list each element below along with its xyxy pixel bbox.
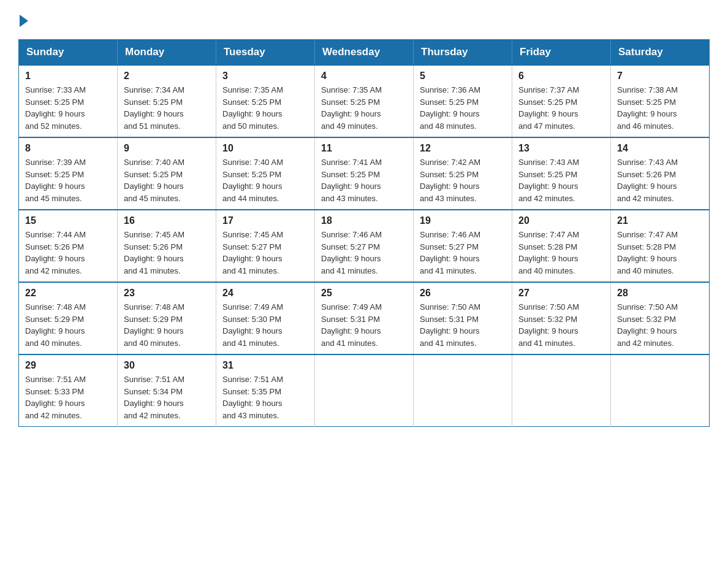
logo (18, 12, 28, 27)
day-number: 7 (617, 71, 703, 82)
logo-triangle-icon (20, 15, 28, 27)
calendar-week-row: 15 Sunrise: 7:44 AMSunset: 5:26 PMDaylig… (19, 210, 710, 282)
day-number: 9 (124, 143, 210, 154)
calendar-cell: 11 Sunrise: 7:41 AMSunset: 5:25 PMDaylig… (315, 137, 414, 210)
calendar-cell: 16 Sunrise: 7:45 AMSunset: 5:26 PMDaylig… (118, 210, 216, 282)
calendar-cell: 13 Sunrise: 7:43 AMSunset: 5:25 PMDaylig… (512, 137, 611, 210)
calendar-cell: 14 Sunrise: 7:43 AMSunset: 5:26 PMDaylig… (611, 137, 710, 210)
day-number: 2 (124, 71, 210, 82)
day-info: Sunrise: 7:44 AMSunset: 5:26 PMDaylight:… (25, 230, 86, 275)
day-number: 22 (25, 288, 111, 299)
calendar-cell: 9 Sunrise: 7:40 AMSunset: 5:25 PMDayligh… (118, 137, 216, 210)
calendar-week-row: 29 Sunrise: 7:51 AMSunset: 5:33 PMDaylig… (19, 354, 710, 427)
calendar-week-row: 22 Sunrise: 7:48 AMSunset: 5:29 PMDaylig… (19, 282, 710, 354)
day-info: Sunrise: 7:46 AMSunset: 5:27 PMDaylight:… (420, 230, 480, 275)
calendar-cell: 10 Sunrise: 7:40 AMSunset: 5:25 PMDaylig… (216, 137, 315, 210)
day-info: Sunrise: 7:51 AMSunset: 5:33 PMDaylight:… (25, 375, 86, 420)
day-info: Sunrise: 7:35 AMSunset: 5:25 PMDaylight:… (222, 85, 283, 131)
day-info: Sunrise: 7:46 AMSunset: 5:27 PMDaylight:… (321, 230, 382, 275)
day-info: Sunrise: 7:50 AMSunset: 5:32 PMDaylight:… (518, 302, 579, 348)
day-info: Sunrise: 7:47 AMSunset: 5:28 PMDaylight:… (617, 230, 678, 275)
calendar-cell (414, 354, 512, 427)
day-info: Sunrise: 7:50 AMSunset: 5:32 PMDaylight:… (617, 302, 678, 348)
day-info: Sunrise: 7:45 AMSunset: 5:27 PMDaylight:… (222, 230, 283, 275)
day-number: 3 (222, 71, 308, 82)
calendar-cell: 24 Sunrise: 7:49 AMSunset: 5:30 PMDaylig… (216, 282, 315, 354)
day-number: 25 (321, 288, 407, 299)
day-number: 28 (617, 288, 703, 299)
day-of-week-header: Thursday (414, 40, 512, 66)
day-number: 24 (222, 288, 308, 299)
day-number: 29 (25, 360, 111, 371)
day-number: 15 (25, 215, 111, 226)
calendar-cell: 18 Sunrise: 7:46 AMSunset: 5:27 PMDaylig… (315, 210, 414, 282)
day-info: Sunrise: 7:40 AMSunset: 5:25 PMDaylight:… (222, 158, 283, 203)
day-of-week-header: Wednesday (315, 40, 414, 66)
calendar-cell: 20 Sunrise: 7:47 AMSunset: 5:28 PMDaylig… (512, 210, 611, 282)
day-number: 18 (321, 215, 407, 226)
day-number: 23 (124, 288, 210, 299)
calendar-cell: 22 Sunrise: 7:48 AMSunset: 5:29 PMDaylig… (19, 282, 118, 354)
day-info: Sunrise: 7:51 AMSunset: 5:34 PMDaylight:… (124, 375, 184, 420)
calendar-cell: 30 Sunrise: 7:51 AMSunset: 5:34 PMDaylig… (118, 354, 216, 427)
day-number: 5 (420, 71, 506, 82)
page-header (18, 12, 710, 27)
day-info: Sunrise: 7:51 AMSunset: 5:35 PMDaylight:… (222, 375, 283, 420)
day-number: 26 (420, 288, 506, 299)
day-number: 10 (222, 143, 308, 154)
day-of-week-header: Monday (118, 40, 216, 66)
day-number: 14 (617, 143, 703, 154)
day-info: Sunrise: 7:49 AMSunset: 5:30 PMDaylight:… (222, 302, 283, 348)
day-info: Sunrise: 7:43 AMSunset: 5:26 PMDaylight:… (617, 158, 678, 203)
calendar-cell: 1 Sunrise: 7:33 AMSunset: 5:25 PMDayligh… (19, 65, 118, 137)
day-number: 4 (321, 71, 407, 82)
day-number: 12 (420, 143, 506, 154)
day-info: Sunrise: 7:41 AMSunset: 5:25 PMDaylight:… (321, 158, 382, 203)
day-number: 21 (617, 215, 703, 226)
calendar-cell: 4 Sunrise: 7:35 AMSunset: 5:25 PMDayligh… (315, 65, 414, 137)
calendar-cell: 29 Sunrise: 7:51 AMSunset: 5:33 PMDaylig… (19, 354, 118, 427)
calendar-table: SundayMondayTuesdayWednesdayThursdayFrid… (18, 39, 710, 427)
calendar-cell: 25 Sunrise: 7:49 AMSunset: 5:31 PMDaylig… (315, 282, 414, 354)
day-of-week-header: Friday (512, 40, 611, 66)
day-of-week-header: Sunday (19, 40, 118, 66)
day-info: Sunrise: 7:48 AMSunset: 5:29 PMDaylight:… (25, 302, 86, 348)
calendar-cell (611, 354, 710, 427)
day-info: Sunrise: 7:49 AMSunset: 5:31 PMDaylight:… (321, 302, 382, 348)
calendar-cell: 27 Sunrise: 7:50 AMSunset: 5:32 PMDaylig… (512, 282, 611, 354)
calendar-cell: 15 Sunrise: 7:44 AMSunset: 5:26 PMDaylig… (19, 210, 118, 282)
calendar-cell: 28 Sunrise: 7:50 AMSunset: 5:32 PMDaylig… (611, 282, 710, 354)
calendar-header-row: SundayMondayTuesdayWednesdayThursdayFrid… (19, 40, 710, 66)
day-number: 31 (222, 360, 308, 371)
calendar-cell: 26 Sunrise: 7:50 AMSunset: 5:31 PMDaylig… (414, 282, 512, 354)
calendar-cell (315, 354, 414, 427)
calendar-cell: 17 Sunrise: 7:45 AMSunset: 5:27 PMDaylig… (216, 210, 315, 282)
day-number: 13 (518, 143, 604, 154)
calendar-week-row: 8 Sunrise: 7:39 AMSunset: 5:25 PMDayligh… (19, 137, 710, 210)
calendar-cell: 19 Sunrise: 7:46 AMSunset: 5:27 PMDaylig… (414, 210, 512, 282)
day-info: Sunrise: 7:45 AMSunset: 5:26 PMDaylight:… (124, 230, 184, 275)
day-number: 27 (518, 288, 604, 299)
day-number: 6 (518, 71, 604, 82)
day-info: Sunrise: 7:34 AMSunset: 5:25 PMDaylight:… (124, 85, 184, 131)
calendar-cell: 8 Sunrise: 7:39 AMSunset: 5:25 PMDayligh… (19, 137, 118, 210)
day-info: Sunrise: 7:40 AMSunset: 5:25 PMDaylight:… (124, 158, 184, 203)
day-info: Sunrise: 7:37 AMSunset: 5:25 PMDaylight:… (518, 85, 579, 131)
day-number: 16 (124, 215, 210, 226)
day-number: 30 (124, 360, 210, 371)
day-info: Sunrise: 7:35 AMSunset: 5:25 PMDaylight:… (321, 85, 382, 131)
day-number: 1 (25, 71, 111, 82)
day-info: Sunrise: 7:42 AMSunset: 5:25 PMDaylight:… (420, 158, 480, 203)
calendar-cell: 31 Sunrise: 7:51 AMSunset: 5:35 PMDaylig… (216, 354, 315, 427)
calendar-cell: 5 Sunrise: 7:36 AMSunset: 5:25 PMDayligh… (414, 65, 512, 137)
calendar-cell: 7 Sunrise: 7:38 AMSunset: 5:25 PMDayligh… (611, 65, 710, 137)
day-info: Sunrise: 7:33 AMSunset: 5:25 PMDaylight:… (25, 85, 86, 131)
day-of-week-header: Saturday (611, 40, 710, 66)
day-number: 11 (321, 143, 407, 154)
calendar-cell: 3 Sunrise: 7:35 AMSunset: 5:25 PMDayligh… (216, 65, 315, 137)
calendar-cell (512, 354, 611, 427)
day-of-week-header: Tuesday (216, 40, 315, 66)
day-number: 20 (518, 215, 604, 226)
calendar-cell: 12 Sunrise: 7:42 AMSunset: 5:25 PMDaylig… (414, 137, 512, 210)
day-number: 8 (25, 143, 111, 154)
